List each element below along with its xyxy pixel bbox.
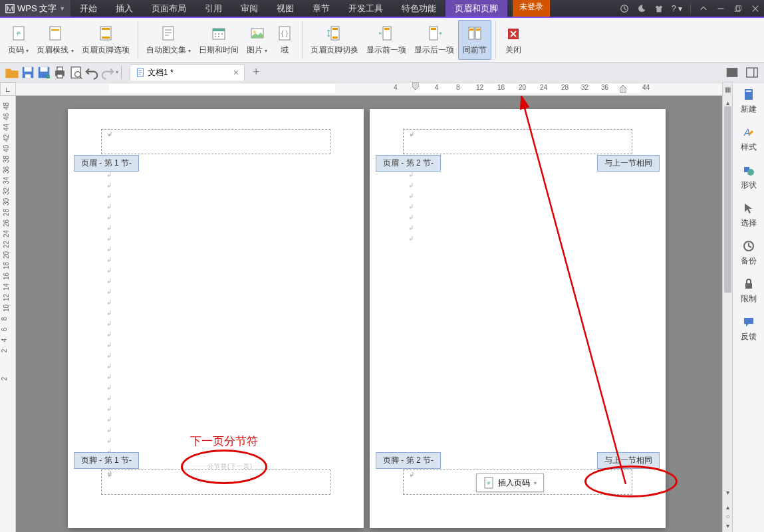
view-mode-button[interactable] [725,65,739,80]
svg-rect-7 [50,27,61,40]
svg-rect-37 [469,29,473,31]
indent-marker-right[interactable] [620,82,626,94]
page2-header-zone[interactable]: ↲ 页眉 - 第 2 节- 与上一节相同 [403,129,632,154]
app-dropdown-icon[interactable]: ▼ [59,5,65,12]
ribbon-collapse-icon[interactable] [699,4,708,13]
close-icon[interactable] [751,4,760,13]
svg-point-21 [221,33,223,35]
skin-icon[interactable] [654,4,664,13]
svg-rect-11 [102,37,110,39]
show-next-button[interactable]: 显示后一项 [410,20,458,60]
sync-icon[interactable] [620,4,629,13]
print-button[interactable] [53,65,67,80]
sidebar-backup[interactable]: 备份 [733,234,764,272]
tab-section[interactable]: 章节 [303,0,339,17]
page1-footer-tag: 页脚 - 第 1 节- [74,452,139,469]
svg-point-23 [218,36,219,37]
print-preview-button[interactable] [68,65,83,80]
svg-rect-44 [41,66,48,71]
tab-review[interactable]: 审阅 [231,0,267,17]
svg-rect-47 [57,74,63,78]
scroll-down-button[interactable]: ▾ [723,485,733,499]
header-line-label: 页眉横线 [37,45,68,55]
indent-marker-left[interactable] [412,82,419,94]
show-prev-button[interactable]: 显示前一项 [362,20,410,60]
tab-special[interactable]: 特色功能 [392,0,446,17]
close-hf-label: 关闭 [505,45,521,56]
help-icon[interactable]: ? ▾ [672,4,682,13]
tab-references[interactable]: 引用 [195,0,231,17]
open-button[interactable] [5,65,19,80]
sidebar-restrict[interactable]: 限制 [733,272,764,310]
svg-text:#: # [17,30,20,37]
autotext-icon [159,25,178,43]
tab-layout[interactable]: 页面布局 [142,0,195,17]
tab-view[interactable]: 视图 [267,0,303,17]
doctab-close-icon[interactable]: × [233,67,239,78]
picture-button[interactable]: 图片 ▾ [243,20,271,60]
show-next-icon [425,25,444,43]
header-line-button[interactable]: 页眉横线 ▾ [33,20,77,60]
sidebar-shape[interactable]: 形状 [733,158,764,196]
hf-switch-icon [325,25,344,43]
autotext-button[interactable]: 自动图文集 ▾ [142,20,195,60]
tab-devtools[interactable]: 开发工具 [339,0,392,17]
vertical-ruler[interactable]: 48 46 44 42 40 38 36 34 32 30 28 26 24 2… [0,96,16,532]
datetime-icon [209,25,228,43]
login-badge[interactable]: 未登录 [513,0,550,17]
field-label: 域 [281,45,289,56]
saveas-button[interactable] [37,65,51,80]
sidebar-feedback[interactable]: 反馈 [733,310,764,348]
tab-insert[interactable]: 插入 [106,0,142,17]
page1-header-zone[interactable]: ↲ 页眉 - 第 1 节- [101,129,330,154]
shape-icon [742,164,755,177]
panel-toggle-button[interactable] [745,65,759,80]
insert-pagenum-label: 插入页码 [498,477,530,489]
sidebar-style[interactable]: A 样式 [733,120,764,158]
scroll-top-button[interactable]: ▦ [723,82,733,96]
page2-header-same: 与上一节相同 [597,155,660,172]
svg-point-22 [215,36,216,37]
page-number-button[interactable]: # 页码 ▾ [4,20,33,60]
select-icon [742,201,755,215]
same-as-prev-icon [465,25,484,43]
hf-options-button[interactable]: 页眉页脚选项 [78,20,134,60]
svg-rect-32 [384,28,390,30]
sidebar-select[interactable]: 选择 [733,196,764,234]
doctab-name: 文档1 [148,67,168,78]
next-page-button[interactable]: ▾ [723,519,733,532]
svg-point-20 [218,33,219,35]
document-tab[interactable]: 文档1 * × [130,65,245,80]
svg-point-25 [253,31,256,33]
close-hf-button[interactable]: 关闭 [500,20,527,60]
maximize-icon[interactable] [733,4,743,13]
field-button[interactable]: { } 域 [271,20,298,60]
undo-button[interactable] [84,65,99,80]
insert-page-number-button[interactable]: # 插入页码 ▾ [476,473,544,492]
tab-headerfooter[interactable]: 页眉和页脚 [446,0,507,17]
svg-rect-4 [736,5,741,10]
right-sidebar: 新建 A 样式 形状 选择 备份 限制 反馈 [732,82,764,532]
tab-home[interactable]: 开始 [70,0,106,17]
scroll-thumb[interactable] [724,106,731,293]
page2-body-marks: ↲↲↲↲↲↲↲↲ [408,159,414,244]
document-area[interactable]: ↲ 页眉 - 第 1 节- ↲↲↲↲↲↲↲↲↲↲↲↲↲↲↲↲↲↲↲↲↲↲↲↲↲↲… [16,96,722,532]
datetime-button[interactable]: 日期和时间 [195,20,243,60]
svg-rect-53 [747,68,758,77]
horizontal-ruler[interactable]: 4 4 8 12 16 20 24 28 32 36 44 [16,82,722,96]
app-logo[interactable]: WPS 文字 ▼ [0,0,70,17]
page1-footer-zone[interactable]: ↲ 页脚 - 第 1 节- [101,469,330,495]
show-prev-label: 显示前一项 [366,45,406,56]
restrict-icon [742,277,755,291]
hf-switch-button[interactable]: 页眉页脚切换 [307,20,362,60]
ribbon: # 页码 ▾ 页眉横线 ▾ 页眉页脚选项 自动图文集 ▾ 日期和时间 图片 ▾ … [0,18,764,63]
sidebar-new[interactable]: 新建 [733,82,764,120]
same-as-prev-button[interactable]: 同前节 [458,20,491,60]
minimize-icon[interactable] [716,4,725,13]
add-tab-button[interactable]: + [253,65,260,79]
ruler-corner[interactable]: ∟ [0,82,16,96]
picture-label: 图片 [247,45,263,55]
redo-button[interactable] [100,65,115,80]
save-button[interactable] [21,65,35,80]
moon-icon[interactable] [637,4,646,13]
